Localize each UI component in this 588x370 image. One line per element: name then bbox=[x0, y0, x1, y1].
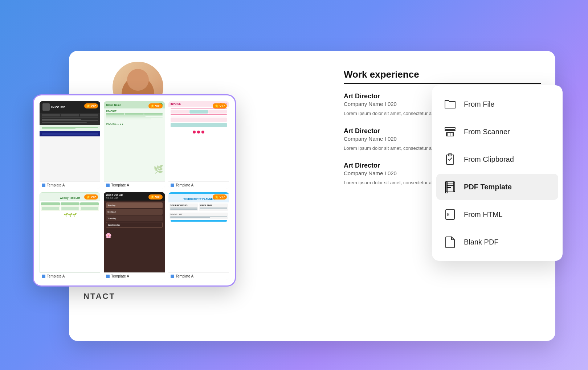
pdf-template-item[interactable]: PDF Template bbox=[436, 174, 558, 200]
vip-badge-1: VIP bbox=[84, 103, 98, 108]
resume-contact: NTACT bbox=[83, 292, 115, 301]
blank-pdf-label: Blank PDF bbox=[464, 238, 499, 246]
from-html-item[interactable]: H From HTML bbox=[436, 201, 558, 227]
template-cell-1[interactable]: VIP INVOICE bbox=[40, 101, 100, 189]
svg-rect-9 bbox=[447, 182, 453, 192]
folder-icon bbox=[442, 96, 458, 112]
blank-pdf-item[interactable]: Blank PDF bbox=[436, 229, 558, 255]
from-file-label: From File bbox=[464, 100, 494, 108]
template-preview-2: Brand Name INVOICE 🌿 INVOICE ● bbox=[104, 101, 164, 181]
template-preview-3: INVOICE Brand Name bbox=[168, 101, 229, 181]
template-label-4: Template A bbox=[40, 272, 100, 280]
work-divider bbox=[344, 83, 541, 84]
scanner-icon bbox=[442, 124, 458, 140]
pdf-template-label: PDF Template bbox=[464, 183, 512, 191]
template-preview-4: Weekly Task List bbox=[40, 192, 100, 272]
template-cell-3[interactable]: VIP INVOICE Brand Name bbox=[168, 101, 229, 189]
template-label-2: Template A bbox=[104, 181, 164, 189]
from-scanner-item[interactable]: From Scanner bbox=[436, 119, 558, 145]
svg-rect-0 bbox=[445, 127, 455, 130]
vip-badge-6: VIP bbox=[213, 194, 227, 200]
template-label-text-6: Template A bbox=[176, 274, 193, 278]
from-scanner-label: From Scanner bbox=[464, 128, 510, 136]
template-cell-2[interactable]: VIP Brand Name INVOICE bbox=[104, 101, 164, 189]
template-icon-5 bbox=[106, 275, 110, 278]
template-icon-2 bbox=[106, 184, 110, 187]
vip-badge-2: VIP bbox=[148, 103, 163, 108]
template-icon bbox=[442, 179, 458, 195]
vip-badge-4: VIP bbox=[84, 194, 98, 200]
vip-badge-5: VIP bbox=[148, 194, 163, 200]
template-label-text-1: Template A bbox=[47, 183, 65, 187]
svg-rect-1 bbox=[445, 130, 455, 131]
template-preview-1: INVOICE bbox=[40, 101, 100, 181]
html-icon: H bbox=[442, 206, 458, 222]
template-icon-6 bbox=[171, 275, 174, 278]
template-label-5: Template A bbox=[104, 272, 164, 280]
template-label-1: Template A bbox=[40, 181, 100, 189]
from-file-item[interactable]: From File bbox=[436, 91, 558, 117]
template-cell-4[interactable]: VIP Weekly Task List bbox=[40, 192, 100, 280]
from-html-label: From HTML bbox=[464, 210, 503, 219]
main-container: ARALTON AL DESIGNER NTACT Work experienc… bbox=[33, 29, 555, 341]
template-label-6: Template A bbox=[168, 272, 229, 280]
menu-card: From File From Scanner bbox=[432, 85, 563, 261]
blank-icon bbox=[442, 234, 458, 250]
from-clipboard-label: From Clipborad bbox=[464, 155, 514, 164]
template-cell-6[interactable]: VIP PRODUCTIVITY PLANNER TOP PRIORITIES … bbox=[168, 192, 229, 280]
template-label-text-4: Template A bbox=[47, 274, 65, 278]
template-label-text-5: Template A bbox=[111, 274, 129, 278]
template-label-3: Template A bbox=[168, 181, 229, 189]
template-label-text-3: Template A bbox=[176, 183, 193, 187]
template-cell-5[interactable]: VIP WEEKEND TO-DO LIST Sunday Monday Tue… bbox=[104, 192, 164, 280]
vip-badge-3: VIP bbox=[213, 103, 227, 108]
template-preview-6: PRODUCTIVITY PLANNER TOP PRIORITIES WAKE… bbox=[168, 192, 229, 272]
template-icon-1 bbox=[42, 184, 45, 187]
template-preview-5: WEEKEND TO-DO LIST Sunday Monday Tuesday… bbox=[104, 192, 164, 272]
clipboard-icon bbox=[442, 151, 458, 167]
template-label-text-2: Template A bbox=[111, 183, 129, 187]
template-gallery-card: VIP INVOICE bbox=[33, 94, 236, 287]
svg-text:H: H bbox=[447, 213, 449, 217]
work-experience-title: Work experience bbox=[344, 69, 541, 80]
template-icon-4 bbox=[42, 275, 45, 278]
from-clipboard-item[interactable]: From Clipborad bbox=[436, 146, 558, 172]
template-icon-3 bbox=[171, 184, 174, 187]
